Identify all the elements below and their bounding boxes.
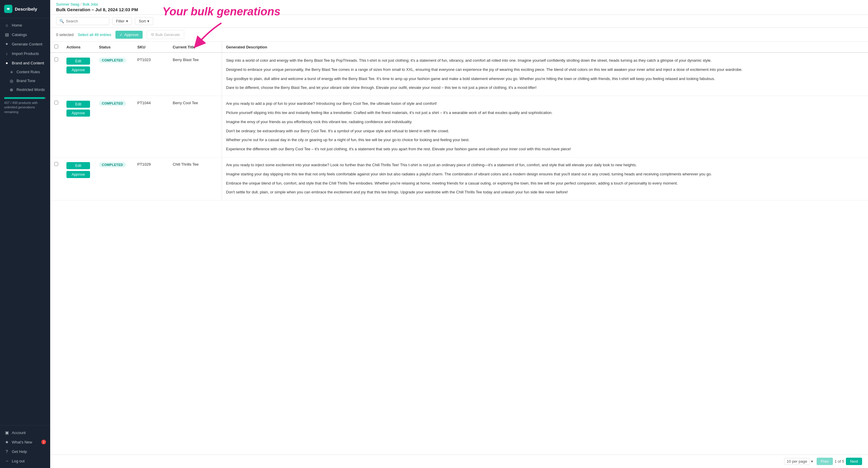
filter-chevron-icon: ▾ xyxy=(126,19,128,23)
page-current: 1 xyxy=(835,459,837,464)
whats-new-badge: 2 xyxy=(41,440,46,444)
sidebar-item-brand-content[interactable]: ● Brand and Content xyxy=(0,58,50,68)
row-title-cell: Berry Blast Tee xyxy=(168,53,222,96)
sidebar-item-brand-tone-label: Brand Tone xyxy=(17,79,35,83)
search-input[interactable] xyxy=(66,19,106,23)
sidebar-item-catalogs[interactable]: ▤ Catalogs xyxy=(0,30,50,39)
sidebar-item-content-rules-label: Content Rules xyxy=(17,70,40,74)
sidebar-item-home-label: Home xyxy=(12,23,22,27)
page-title: Bulk Generation – Jul 8, 2024 12:03 PM xyxy=(56,7,862,14)
table-wrapper: Actions Status SKU Current Title Generat… xyxy=(50,42,868,455)
approve-check-icon: ✓ xyxy=(120,32,123,37)
row-approve-button[interactable]: Approve xyxy=(66,171,90,178)
sidebar-item-log-out-label: Log out xyxy=(12,459,25,463)
description-paragraph: Dare to be different, choose the Berry B… xyxy=(226,85,864,91)
breadcrumb-current: Bulk Jobs xyxy=(83,2,98,6)
row-checkbox[interactable] xyxy=(54,58,58,61)
log-out-icon: → xyxy=(4,459,9,463)
sidebar-item-restricted-words-label: Restricted Words xyxy=(17,88,45,92)
description-paragraph: Designed to embrace your unique personal… xyxy=(226,67,864,73)
logo-icon xyxy=(4,5,12,13)
logo: Describely xyxy=(0,0,50,18)
row-approve-button[interactable]: Approve xyxy=(66,110,90,117)
get-help-icon: ? xyxy=(4,449,9,454)
description-paragraph: Are you ready to inject some excitement … xyxy=(226,162,864,168)
row-status-cell: COMPLETED xyxy=(95,96,133,157)
edit-button[interactable]: Edit xyxy=(66,101,90,108)
table-row: EditApproveCOMPLETEDPT1044Berry Cool Tee… xyxy=(50,96,868,157)
sidebar-item-account-label: Account xyxy=(12,431,26,435)
breadcrumb: Summer Swag / Bulk Jobs xyxy=(56,0,862,7)
search-icon: 🔍 xyxy=(59,19,64,23)
sidebar-item-account[interactable]: ▣ Account xyxy=(0,428,50,437)
restricted-icon: ⊗ xyxy=(9,87,14,92)
select-all-checkbox[interactable] xyxy=(54,44,58,49)
sidebar-item-import-label: Import Products xyxy=(12,51,39,56)
sidebar-item-home[interactable]: ⌂ Home xyxy=(0,20,50,30)
toolbar: 🔍 Filter ▾ Sort ▾ xyxy=(50,15,868,28)
row-checkbox[interactable] xyxy=(54,162,58,166)
home-icon: ⌂ xyxy=(4,23,9,27)
approve-button[interactable]: ✓ Approve xyxy=(116,31,143,39)
pagination: Prev 1 of 5 Next xyxy=(817,458,862,465)
main-content: Summer Swag / Bulk Jobs Bulk Generation … xyxy=(50,0,868,468)
status-badge: COMPLETED xyxy=(99,162,126,167)
bulk-generate-button[interactable]: ⧉ Bulk Generate xyxy=(147,30,184,39)
brand-icon: ● xyxy=(4,61,9,65)
sidebar-item-restricted-words[interactable]: ⊗ Restricted Words xyxy=(0,85,50,94)
breadcrumb-parent[interactable]: Summer Swag xyxy=(56,2,80,6)
col-header-actions: Actions xyxy=(62,42,95,53)
row-actions-cell: EditApprove xyxy=(62,53,95,96)
page-info: 1 of 5 xyxy=(835,459,844,464)
prev-button[interactable]: Prev xyxy=(817,458,833,465)
sidebar-item-import-products[interactable]: ↓ Import Products xyxy=(0,49,50,58)
description-paragraph: Step into a world of color and energy wi… xyxy=(226,58,864,64)
description-paragraph: Imagine starting your day slipping into … xyxy=(226,171,864,178)
page-total: 5 xyxy=(842,459,844,464)
description-paragraph: Experience the difference with our Berry… xyxy=(226,146,864,152)
catalogs-icon: ▤ xyxy=(4,32,9,37)
selection-bar: 0 selected Select all 49 entries ✓ Appro… xyxy=(50,28,868,42)
bulk-generate-icon: ⧉ xyxy=(151,32,154,37)
table-row: EditApproveCOMPLETEDPT1029Chill Thrills … xyxy=(50,157,868,200)
sidebar-item-content-rules[interactable]: ≡ Content Rules xyxy=(0,68,50,76)
brand-tone-icon: ◎ xyxy=(9,79,14,83)
row-actions-cell: EditApprove xyxy=(62,157,95,200)
edit-button[interactable]: Edit xyxy=(66,162,90,169)
content-rules-icon: ≡ xyxy=(9,70,14,74)
row-checkbox[interactable] xyxy=(54,101,58,104)
row-description-cell: Step into a world of color and energy wi… xyxy=(222,53,868,96)
per-page-value[interactable]: 10 per page xyxy=(784,458,810,465)
sort-button[interactable]: Sort ▾ xyxy=(135,17,153,25)
col-header-status: Status xyxy=(95,42,133,53)
edit-button[interactable]: Edit xyxy=(66,58,90,65)
sidebar-item-catalogs-label: Catalogs xyxy=(12,32,27,37)
col-header-sku: SKU xyxy=(133,42,168,53)
sidebar-item-get-help[interactable]: ? Get Help xyxy=(0,447,50,456)
table-row: EditApproveCOMPLETEDPT1023Berry Blast Te… xyxy=(50,53,868,96)
sidebar-bottom: ▣ Account ★ What's New 2 ? Get Help → Lo… xyxy=(0,425,50,468)
import-icon: ↓ xyxy=(4,51,9,56)
row-approve-button[interactable]: Approve xyxy=(66,66,90,73)
progress-bar-fill xyxy=(4,97,45,99)
sidebar-item-brand-tone[interactable]: ◎ Brand Tone xyxy=(0,76,50,85)
sidebar-item-log-out[interactable]: → Log out xyxy=(0,456,50,466)
search-box[interactable]: 🔍 xyxy=(56,17,109,25)
table-footer: 10 per page ▾ Prev 1 of 5 Next xyxy=(50,455,868,468)
selected-count: 0 selected xyxy=(56,32,73,37)
sidebar-item-whats-new[interactable]: ★ What's New 2 xyxy=(0,437,50,447)
progress-bar-background xyxy=(4,97,46,99)
sort-label: Sort xyxy=(139,19,146,23)
row-status-cell: COMPLETED xyxy=(95,157,133,200)
logo-text: Describely xyxy=(15,6,37,11)
row-actions-cell: EditApprove xyxy=(62,96,95,157)
col-checkbox xyxy=(50,42,62,53)
next-button[interactable]: Next xyxy=(846,458,862,465)
filter-button[interactable]: Filter ▾ xyxy=(112,17,132,25)
description-paragraph: Picture yourself slipping into this tee … xyxy=(226,110,864,116)
page-of: of xyxy=(838,459,842,464)
sidebar-item-generate-content[interactable]: ✦ Generate Content xyxy=(0,39,50,49)
select-all-link[interactable]: Select all 49 entries xyxy=(78,32,111,37)
description-paragraph: Imagine the envy of your friends as you … xyxy=(226,119,864,125)
sidebar-item-whats-new-label: What's New xyxy=(12,440,32,444)
